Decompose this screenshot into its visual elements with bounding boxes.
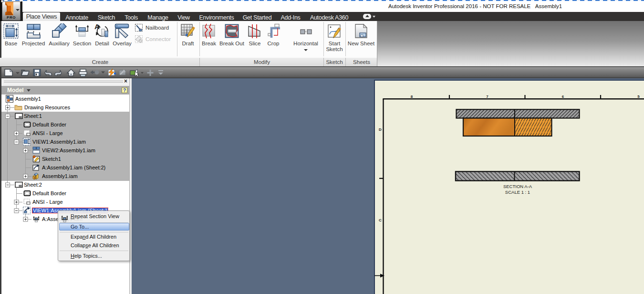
svg-text:SCALE 1 : 1: SCALE 1 : 1 <box>505 189 530 195</box>
svg-text:7: 7 <box>486 94 488 99</box>
svg-text:D: D <box>379 127 382 132</box>
svg-text:8: 8 <box>411 94 413 99</box>
svg-text:C: C <box>379 218 382 222</box>
svg-text:5: 5 <box>637 94 640 99</box>
svg-text:6: 6 <box>562 94 564 99</box>
svg-text:SECTION A-A: SECTION A-A <box>503 184 532 189</box>
svg-text:A: A <box>94 23 100 31</box>
